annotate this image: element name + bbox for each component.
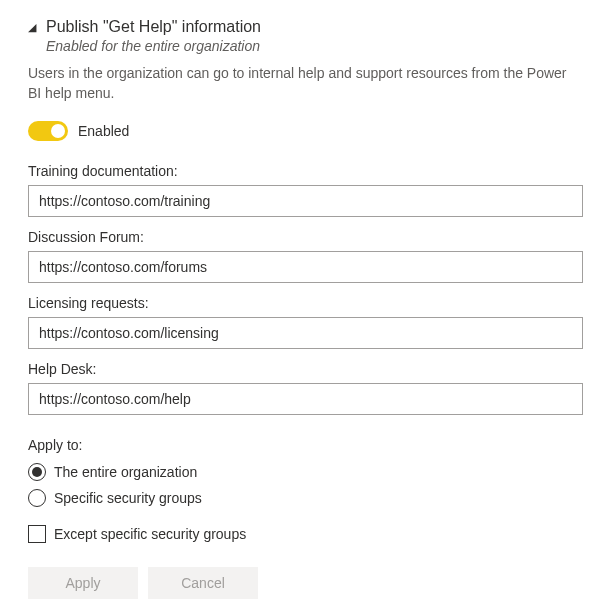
licensing-label: Licensing requests: [28, 295, 583, 311]
forum-label: Discussion Forum: [28, 229, 583, 245]
checkbox-except-groups[interactable]: Except specific security groups [28, 525, 583, 543]
section-description: Users in the organization can go to inte… [28, 64, 583, 103]
radio-entire-org[interactable]: The entire organization [28, 463, 583, 481]
apply-to-label: Apply to: [28, 437, 583, 453]
helpdesk-label: Help Desk: [28, 361, 583, 377]
radio-icon [28, 463, 46, 481]
apply-button[interactable]: Apply [28, 567, 138, 599]
radio-specific-groups[interactable]: Specific security groups [28, 489, 583, 507]
forum-input[interactable] [28, 251, 583, 283]
licensing-input[interactable] [28, 317, 583, 349]
checkbox-except-label: Except specific security groups [54, 526, 246, 542]
section-title: Publish "Get Help" information [46, 18, 261, 36]
training-label: Training documentation: [28, 163, 583, 179]
cancel-button[interactable]: Cancel [148, 567, 258, 599]
training-input[interactable] [28, 185, 583, 217]
enabled-toggle[interactable] [28, 121, 68, 141]
checkbox-icon [28, 525, 46, 543]
helpdesk-input[interactable] [28, 383, 583, 415]
radio-entire-org-label: The entire organization [54, 464, 197, 480]
section-subtitle: Enabled for the entire organization [46, 38, 583, 54]
radio-icon [28, 489, 46, 507]
collapse-arrow-icon[interactable]: ◢ [28, 21, 38, 34]
radio-specific-groups-label: Specific security groups [54, 490, 202, 506]
toggle-state-label: Enabled [78, 123, 129, 139]
toggle-thumb [51, 124, 65, 138]
